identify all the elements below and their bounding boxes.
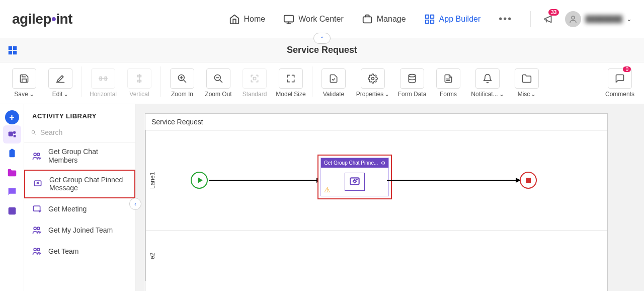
zoom-in-button[interactable]: Zoom In — [164, 66, 200, 100]
fit-screen-icon — [250, 74, 260, 84]
activity-item[interactable]: Get Group Chat Members — [24, 142, 135, 170]
forms-button[interactable]: Forms — [430, 66, 466, 100]
misc-button[interactable]: Misc ⌄ — [509, 66, 545, 100]
svg-point-22 — [34, 153, 36, 156]
app-switcher[interactable] — [7, 45, 18, 56]
meeting-icon — [30, 203, 43, 214]
main-area: + ACTIVITY LIBRARY Get Group Chat Member… — [0, 104, 644, 291]
rail-folder[interactable] — [3, 164, 21, 182]
page-subheader: ⌃ Service Request — [0, 38, 644, 62]
fullscreen-icon — [286, 74, 296, 84]
separator — [312, 66, 312, 97]
search-input[interactable] — [40, 128, 128, 136]
activity-node[interactable]: Get Group Chat Pinne... ⚙ ⚠ — [317, 155, 392, 199]
zoom-in-icon — [177, 74, 187, 84]
activity-item-label: Get My Joined Team — [48, 226, 113, 235]
rail-add[interactable]: + — [5, 110, 19, 124]
user-name: ████████ — [585, 15, 622, 23]
notifications-button[interactable]: 33 — [541, 11, 557, 27]
nav-home[interactable]: Home — [221, 10, 274, 29]
svg-rect-10 — [13, 50, 17, 54]
monitor-icon — [283, 14, 294, 25]
rail-teams[interactable] — [3, 125, 21, 143]
svg-point-23 — [37, 153, 40, 156]
toolbar: Save ⌄ Edit ⌄ Horizontal Vertical Zoom I… — [0, 62, 644, 104]
align-horizontal-icon — [98, 74, 108, 84]
activity-item[interactable]: Get Meeting — [24, 198, 135, 220]
standard-button[interactable]: Standard — [236, 66, 273, 100]
search-box — [24, 125, 135, 142]
nav-manage[interactable]: Manage — [354, 10, 414, 29]
process-canvas[interactable]: Service Request Lane1 Get Group Chat Pin… — [145, 113, 608, 291]
users-icon — [30, 151, 43, 162]
vertical-button[interactable]: Vertical — [121, 66, 157, 100]
team-icon — [30, 225, 43, 236]
svg-rect-7 — [9, 46, 12, 49]
notifications-badge: 33 — [548, 9, 559, 16]
comments-button[interactable]: 0 Comments — [602, 66, 638, 100]
page-title: Service Request — [287, 45, 357, 55]
lane-2-label[interactable]: e2 — [145, 231, 158, 281]
gear-icon[interactable]: ⚙ — [381, 160, 385, 166]
svg-point-15 — [409, 75, 415, 77]
home-icon — [229, 14, 240, 25]
activity-item-label: Get Meeting — [48, 205, 87, 213]
search-icon — [31, 128, 36, 137]
comment-icon — [615, 74, 625, 84]
nav-app-builder-label: App Builder — [439, 15, 481, 24]
canvas-title: Service Request — [145, 114, 607, 130]
activity-item[interactable]: Get Team — [24, 241, 135, 262]
properties-button[interactable]: Properties ⌄ — [352, 66, 394, 100]
collapse-sidebar[interactable]: ‹ — [129, 198, 141, 210]
nav-work-center[interactable]: Work Center — [275, 10, 352, 29]
reveal-toggle[interactable]: ⌃ — [313, 33, 331, 44]
gear-icon — [368, 74, 378, 84]
svg-point-29 — [37, 248, 40, 251]
nav-app-builder[interactable]: App Builder — [416, 10, 489, 29]
user-menu[interactable]: ████████ ⌄ — [565, 11, 632, 27]
lane-1-label[interactable]: Lane1 — [145, 130, 158, 231]
lane-2-body[interactable] — [158, 231, 607, 281]
activity-node-body: ⚠ — [321, 168, 388, 196]
document-icon — [443, 74, 453, 84]
align-vertical-icon — [134, 74, 144, 84]
lane-1-body[interactable]: Get Group Chat Pinne... ⚙ ⚠ — [158, 130, 607, 231]
notifications-button-toolbar[interactable]: Notificat... ⌄ — [466, 66, 509, 100]
form-data-button[interactable]: Form Data — [394, 66, 430, 100]
activity-item-label: Get Group Chat Members — [48, 148, 129, 165]
rail-clipboard[interactable] — [3, 144, 21, 163]
save-button[interactable]: Save ⌄ — [6, 66, 42, 100]
edit-button[interactable]: Edit ⌄ — [42, 66, 78, 100]
validate-button[interactable]: Validate — [315, 66, 352, 100]
svg-rect-16 — [8, 132, 13, 136]
activity-item[interactable]: Get My Joined Team — [24, 220, 135, 241]
rail-chat[interactable] — [3, 183, 21, 201]
svg-rect-5 — [430, 20, 433, 23]
activity-item-label: Get Team — [48, 247, 78, 256]
end-node[interactable] — [520, 172, 537, 189]
svg-point-14 — [372, 78, 374, 80]
activity-node-header: Get Group Chat Pinne... ⚙ — [321, 158, 388, 168]
nav-manage-label: Manage — [377, 15, 406, 24]
svg-rect-2 — [425, 15, 428, 18]
nav-more[interactable]: ••• — [491, 9, 520, 29]
edit-icon — [55, 74, 65, 84]
zoom-out-button[interactable]: Zoom Out — [200, 66, 236, 100]
main-nav: Home Work Center Manage App Builder ••• — [221, 9, 521, 29]
svg-point-27 — [37, 227, 40, 230]
activity-list[interactable]: Get Group Chat Members Get Group Chat Pi… — [24, 142, 135, 291]
activity-item-selected[interactable]: Get Group Chat Pinned Message — [24, 170, 135, 199]
apps-icon — [7, 45, 18, 56]
lane-2: e2 — [145, 231, 607, 281]
svg-rect-19 — [11, 149, 14, 151]
svg-point-17 — [13, 131, 16, 134]
horizontal-button[interactable]: Horizontal — [85, 66, 121, 100]
canvas-wrap[interactable]: Service Request Lane1 Get Group Chat Pin… — [136, 104, 644, 291]
rail-workflow[interactable] — [3, 202, 21, 220]
svg-point-31 — [356, 179, 358, 180]
briefcase-icon — [362, 14, 373, 25]
model-size-button[interactable]: Model Size — [273, 66, 309, 100]
folder-icon — [522, 74, 532, 84]
start-node[interactable] — [191, 172, 208, 189]
comments-count: 0 — [623, 66, 631, 72]
